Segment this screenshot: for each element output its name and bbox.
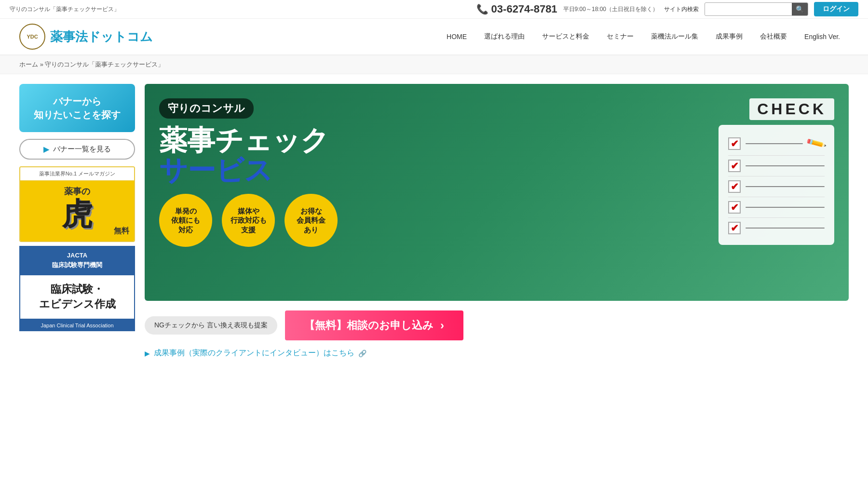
search-box: 🔍 — [705, 2, 808, 16]
phone-number: 📞 03-6274-8781 — [476, 3, 557, 15]
nav-home[interactable]: HOME — [438, 29, 475, 44]
jacta-header: JACTA 臨床試験専門機関 — [19, 246, 135, 274]
hero-bullet-1: 単発の依頼にも対応 — [159, 194, 212, 247]
hero-area: 守りのコンサル 薬事チェック サービス 単発の依頼にも対応 媒体や行政対応も支援… — [145, 84, 849, 361]
checkbox-1: ✔ — [728, 137, 741, 150]
hero-right: CHECK ✔ ✏️ ✔ ✔ — [699, 98, 834, 245]
nav-cases[interactable]: 成果事例 — [707, 28, 751, 45]
jacta-text: 臨床試験・ エビデンス作成 — [25, 282, 129, 312]
search-button[interactable]: 🔍 — [792, 3, 808, 15]
main-content: バナーから 知りたいことを探す ▶ バナー一覧を見る 薬事法業界No.1 メール… — [0, 74, 868, 371]
search-label: サイト内検索 — [664, 5, 699, 13]
hero-left: 守りのコンサル 薬事チェック サービス 単発の依頼にも対応 媒体や行政対応も支援… — [159, 98, 690, 247]
hero-bullet-3: お得な会員料金あり — [285, 194, 338, 247]
checklist-item-5: ✔ — [728, 218, 825, 238]
checkbox-5: ✔ — [728, 222, 741, 234]
checklist-item-3: ✔ — [728, 176, 825, 197]
hero-bullet-2: 媒体や行政対応も支援 — [222, 194, 275, 247]
check-line-4 — [746, 207, 825, 208]
login-button[interactable]: ログイン — [814, 2, 858, 16]
logo-text: 薬事法ドットコム — [50, 28, 153, 45]
banner-search-button[interactable]: バナーから 知りたいことを探す — [19, 84, 135, 132]
cta-button[interactable]: 【無料】相談のお申し込み › — [285, 310, 463, 340]
top-bar-right: 📞 03-6274-8781 平日9:00～18:00（土日祝日を除く） サイト… — [476, 2, 858, 16]
jacta-footer: Japan Clinical Trial Association — [19, 320, 135, 331]
nav-rules[interactable]: 薬機法ルール集 — [642, 28, 707, 45]
arrow-icon: ▶ — [43, 145, 49, 154]
nav-english[interactable]: English Ver. — [796, 29, 849, 44]
tiger-banner[interactable]: 薬事法業界No.1 メールマガジン 薬事の 虎 無料 — [19, 166, 135, 242]
tiger-char: 虎 — [25, 199, 129, 230]
hero-title-line2: サービス — [159, 156, 690, 184]
breadcrumb: ホーム » 守りのコンサル「薬事チェックサービス」 — [0, 55, 868, 74]
nav-seminar[interactable]: セミナー — [598, 28, 642, 45]
jacta-banner[interactable]: JACTA 臨床試験専門機関 臨床試験・ エビデンス作成 Japan Clini… — [19, 246, 135, 331]
breadcrumb-home[interactable]: ホーム — [19, 61, 38, 68]
tiger-banner-main: 薬事の 虎 無料 — [20, 181, 134, 241]
hero-check-label: CHECK — [749, 98, 834, 120]
jacta-content: 臨床試験・ エビデンス作成 — [19, 274, 135, 320]
pencil-icon: ✏️ — [805, 132, 827, 154]
checkbox-2: ✔ — [728, 160, 741, 172]
search-input[interactable] — [705, 4, 792, 15]
main-nav: HOME 選ばれる理由 サービスと料金 セミナー 薬機法ルール集 成果事例 会社… — [153, 28, 849, 45]
external-link-icon: 🔗 — [358, 350, 366, 357]
checkbox-4: ✔ — [728, 201, 741, 214]
phone-icon: 📞 — [476, 3, 488, 15]
header: YDC 薬事法ドットコム HOME 選ばれる理由 サービスと料金 セミナー 薬機… — [0, 19, 868, 55]
play-icon: ▶ — [145, 350, 150, 357]
checklist-item-2: ✔ — [728, 156, 825, 176]
top-bar: 守りのコンサル「薬事チェックサービス」 📞 03-6274-8781 平日9:0… — [0, 0, 868, 19]
page-subtitle: 守りのコンサル「薬事チェックサービス」 — [10, 5, 120, 13]
hero-banner: 守りのコンサル 薬事チェック サービス 単発の依頼にも対応 媒体や行政対応も支援… — [145, 84, 849, 301]
check-line-5 — [746, 228, 825, 229]
logo-area: YDC 薬事法ドットコム — [19, 24, 153, 50]
hero-bullets: 単発の依頼にも対応 媒体や行政対応も支援 お得な会員料金あり — [159, 194, 690, 247]
breadcrumb-separator: » — [40, 61, 43, 68]
hero-badge: 守りのコンサル — [159, 98, 254, 119]
tiger-title: 薬事の — [25, 186, 129, 197]
breadcrumb-current: 守りのコンサル「薬事チェックサービス」 — [45, 61, 164, 68]
chevron-icon: › — [440, 319, 444, 332]
tiger-banner-top: 薬事法業界No.1 メールマガジン — [20, 167, 134, 181]
nav-about[interactable]: 会社概要 — [751, 28, 796, 45]
nav-reason[interactable]: 選ばれる理由 — [475, 28, 533, 45]
check-line-2 — [746, 165, 825, 166]
checklist-box: ✔ ✏️ ✔ ✔ ✔ — [719, 125, 834, 245]
cta-area: NGチェックから 言い換え表現も提案 【無料】相談のお申し込み › — [145, 301, 849, 345]
check-line-3 — [746, 186, 825, 187]
check-line-1 — [746, 143, 803, 144]
results-link[interactable]: ▶ 成果事例（実際のクライアントにインタビュー）はこちら 🔗 — [145, 345, 849, 361]
checklist-item-1: ✔ ✏️ — [728, 132, 825, 156]
checklist-item-4: ✔ — [728, 197, 825, 218]
cta-note: NGチェックから 言い換え表現も提案 — [145, 316, 277, 335]
logo-icon: YDC — [19, 24, 45, 50]
sidebar: バナーから 知りたいことを探す ▶ バナー一覧を見る 薬事法業界No.1 メール… — [19, 84, 135, 361]
hero-title-line1: 薬事チェック — [159, 126, 690, 154]
phone-hours: 平日9:00～18:00（土日祝日を除く） — [563, 5, 658, 13]
checkbox-3: ✔ — [728, 180, 741, 193]
banner-list-button[interactable]: ▶ バナー一覧を見る — [19, 139, 135, 160]
nav-services[interactable]: サービスと料金 — [533, 28, 598, 45]
